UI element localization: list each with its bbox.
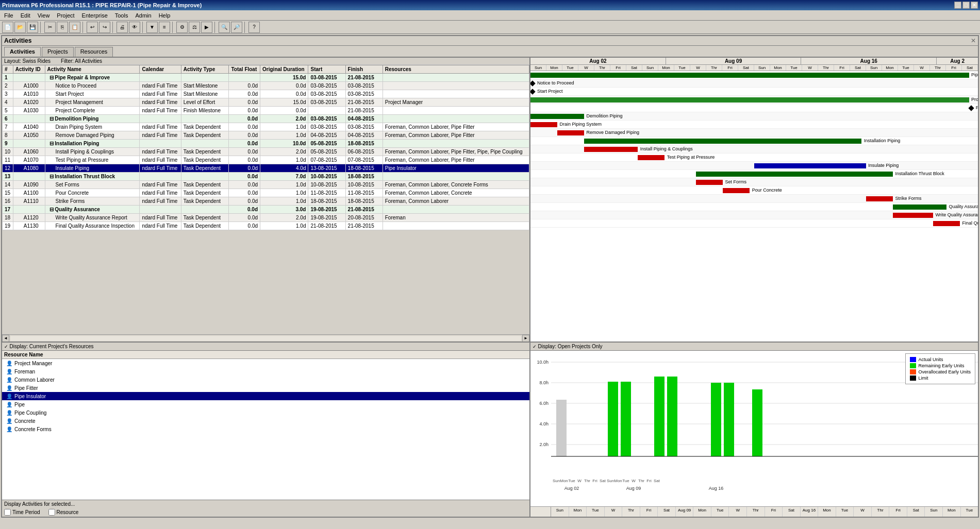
gantt-bar[interactable]: [723, 188, 750, 193]
menu-view[interactable]: View: [35, 12, 53, 19]
table-row[interactable]: 10 A1060 Install Piping & Couplings ndar…: [3, 148, 529, 156]
tb-new[interactable]: 📄: [2, 22, 13, 33]
gantt-day-label: Thr: [706, 65, 722, 71]
col-calendar[interactable]: Calendar: [140, 65, 181, 74]
resource-item[interactable]: 👤Pipe: [2, 400, 529, 408]
resource-item[interactable]: 👤Foreman: [2, 367, 529, 376]
tb-cut[interactable]: ✂: [44, 22, 56, 33]
scroll-right-button[interactable]: ►: [522, 335, 529, 342]
gantt-month-aug02: Aug 02: [530, 58, 666, 64]
resource-item[interactable]: 👤Pipe Insulator: [2, 392, 529, 400]
maximize-button[interactable]: □: [962, 2, 970, 9]
col-orig-duration[interactable]: Original Duration: [260, 65, 308, 74]
table-row[interactable]: 15 A1100 Pour Concrete ndard Full Time T…: [3, 189, 529, 197]
table-row[interactable]: 7 A1040 Drain Piping System ndard Full T…: [3, 123, 529, 131]
tb-sep2: [82, 22, 85, 33]
table-row[interactable]: 11 A1070 Test Piping at Pressure ndard F…: [3, 156, 529, 164]
gantt-bar[interactable]: [584, 139, 861, 144]
table-row[interactable]: 13 ⊟ Installation Thrust Block 0.0d 7.0d…: [3, 173, 529, 181]
horizontal-scrollbar[interactable]: ◄ ►: [2, 334, 529, 342]
time-period-checkbox[interactable]: [4, 509, 11, 516]
tb-open[interactable]: 📂: [14, 22, 26, 33]
scroll-left-button[interactable]: ◄: [2, 335, 9, 342]
resource-item[interactable]: 👤Project Manager: [2, 359, 529, 367]
table-row[interactable]: 4 A1020 Project Management ndard Full Ti…: [3, 98, 529, 107]
minimize-button[interactable]: _: [954, 2, 961, 9]
col-activity-name[interactable]: Activity Name: [45, 65, 140, 74]
col-activity-type[interactable]: Activity Type: [181, 65, 229, 74]
tb-zoom-in[interactable]: 🔍: [219, 22, 230, 33]
table-row[interactable]: 5 A1030 Project Complete ndard Full Time…: [3, 107, 529, 115]
gantt-bar[interactable]: [696, 180, 723, 185]
col-finish[interactable]: Finish: [345, 65, 383, 74]
table-row[interactable]: 18 A1120 Write Quality Assurance Report …: [3, 214, 529, 222]
table-row[interactable]: 9 ⊟ Installation Piping 0.0d 10.0d 05-08…: [3, 140, 529, 148]
tb-print[interactable]: 🖨: [117, 22, 128, 33]
tb-paste[interactable]: 📋: [69, 22, 80, 33]
close-window-button[interactable]: ✕: [971, 2, 978, 9]
resource-item[interactable]: 👤Pipe Coupling: [2, 408, 529, 417]
table-row[interactable]: 1 ⊟ Pipe Repair & Improve 15.0d 03-08-20…: [3, 74, 529, 82]
tab-activities[interactable]: Activities: [4, 47, 41, 57]
gantt-bar[interactable]: [933, 221, 960, 226]
menu-tools[interactable]: Tools: [112, 12, 131, 19]
resource-item[interactable]: 👤Common Laborer: [2, 376, 529, 384]
tb-level[interactable]: ⚖: [189, 22, 200, 33]
tb-save[interactable]: 💾: [27, 22, 38, 33]
tb-preview[interactable]: 👁: [129, 22, 140, 33]
gantt-bar[interactable]: [557, 130, 584, 135]
table-row[interactable]: 6 ⊟ Demolition Piping 0.0d 2.0d 03-08-20…: [3, 115, 529, 123]
tb-group[interactable]: ≡: [159, 22, 170, 33]
table-row[interactable]: 17 ⊟ Quality Assurance 0.0d 3.0d 19-08-2…: [3, 206, 529, 214]
gantt-bar[interactable]: [584, 147, 638, 152]
menu-admin[interactable]: Admin: [132, 12, 154, 19]
title-bar-buttons[interactable]: _ □ ✕: [954, 2, 978, 9]
table-row[interactable]: 12 A1080 Insulate Piping ndard Full Time…: [3, 164, 529, 173]
gantt-bar[interactable]: [893, 213, 933, 218]
resource-item[interactable]: 👤Concrete Forms: [2, 425, 529, 433]
col-num[interactable]: #: [3, 65, 13, 74]
col-resources[interactable]: Resources: [383, 65, 529, 74]
menu-file[interactable]: File: [1, 12, 16, 19]
tb-copy[interactable]: ⎘: [57, 22, 68, 33]
tb-schedule[interactable]: ⚙: [176, 22, 188, 33]
tab-projects[interactable]: Projects: [42, 47, 74, 57]
resource-item[interactable]: 👤Concrete: [2, 417, 529, 425]
tb-undo[interactable]: ↩: [87, 22, 98, 33]
col-start[interactable]: Start: [308, 65, 345, 74]
gantt-bar[interactable]: [696, 172, 893, 177]
tb-filter[interactable]: ▼: [146, 22, 158, 33]
tb-redo[interactable]: ↪: [99, 22, 110, 33]
time-period-checkbox-label[interactable]: Time Period: [4, 509, 40, 516]
menu-enterprise[interactable]: Enterprise: [79, 12, 111, 19]
table-row[interactable]: 8 A1050 Remove Damaged Piping ndard Full…: [3, 131, 529, 140]
scroll-track[interactable]: [10, 336, 521, 341]
tb-zoom-out[interactable]: 🔎: [231, 22, 242, 33]
table-row[interactable]: 14 A1090 Set Forms ndard Full Time Task …: [3, 181, 529, 189]
tb-progress[interactable]: ▶: [201, 22, 212, 33]
activities-close-button[interactable]: ✕: [971, 37, 976, 44]
tb-help[interactable]: ?: [248, 22, 260, 33]
gantt-bar[interactable]: [866, 196, 893, 201]
gantt-bar[interactable]: [530, 97, 969, 103]
table-row[interactable]: 19 A1130 Final Quality Assurance Inspect…: [3, 222, 529, 230]
table-row[interactable]: 2 A1000 Notice to Proceed ndard Full Tim…: [3, 82, 529, 90]
resource-item[interactable]: 👤Pipe Fitter: [2, 384, 529, 392]
menu-edit[interactable]: Edit: [18, 12, 34, 19]
resource-checkbox[interactable]: [48, 509, 55, 516]
gantt-bar[interactable]: [638, 155, 665, 160]
gantt-bar[interactable]: [530, 114, 584, 119]
gantt-bar[interactable]: [754, 163, 866, 168]
svg-text:Thr: Thr: [584, 479, 590, 483]
resource-checkbox-label[interactable]: Resource: [48, 509, 79, 516]
col-activity-id[interactable]: Activity ID: [13, 65, 45, 74]
gantt-bar[interactable]: [893, 204, 946, 210]
col-total-float[interactable]: Total Float: [229, 65, 260, 74]
tab-resources[interactable]: Resources: [75, 47, 113, 57]
gantt-bar[interactable]: [530, 73, 969, 78]
table-row[interactable]: 16 A1110 Strike Forms ndard Full Time Ta…: [3, 197, 529, 206]
menu-project[interactable]: Project: [54, 12, 77, 19]
gantt-bar[interactable]: [530, 122, 557, 127]
menu-help[interactable]: Help: [156, 12, 174, 19]
table-row[interactable]: 3 A1010 Start Project ndard Full Time St…: [3, 90, 529, 98]
